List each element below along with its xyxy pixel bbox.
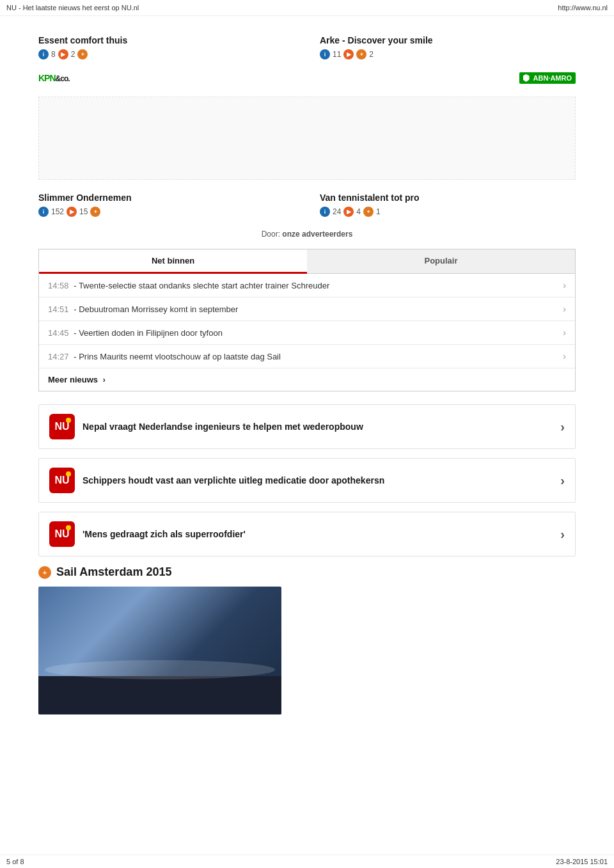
ad-title-tennis: Van tennistalent tot pro	[320, 193, 576, 203]
stat-val-8: 4	[356, 207, 361, 216]
stat-icon-blue-3: i	[38, 207, 49, 217]
page-wrapper: NU - Het laatste nieuws het eerst op NU.…	[0, 0, 614, 868]
page-title: NU - Het laatste nieuws het eerst op NU.…	[6, 4, 139, 12]
ad-item-essent[interactable]: Essent comfort thuis i 8 ▶ 2 +	[38, 35, 294, 59]
nu-article-3[interactable]: NU 'Mens gedraagt zich als superroofdier…	[38, 512, 576, 556]
news-time-3: 14:45	[48, 328, 69, 338]
nu-article-title-1: Nepal vraagt Nederlandse ingenieurs te h…	[83, 422, 363, 432]
news-time-1: 14:58	[48, 281, 69, 290]
news-text-4: 14:27 - Prins Maurits neemt vlootschouw …	[48, 352, 281, 361]
tab-populair[interactable]: Populair	[307, 249, 575, 274]
ad-row-1: Essent comfort thuis i 8 ▶ 2 + Arke - Di…	[38, 35, 576, 59]
sail-image	[38, 587, 281, 714]
news-item-4[interactable]: 14:27 - Prins Maurits neemt vlootschouw …	[39, 345, 575, 368]
nu-article-2[interactable]: NU Schippers houdt vast aan verplichte u…	[38, 458, 576, 503]
news-time-4: 14:27	[48, 352, 69, 361]
nu-article-left-3: NU 'Mens gedraagt zich als superroofdier…	[49, 521, 246, 547]
nu-article-1[interactable]: NU Nepal vraagt Nederlandse ingenieurs t…	[38, 404, 576, 449]
news-item-1[interactable]: 14:58 - Twente-selectie staat ondanks sl…	[39, 274, 575, 297]
ad-title-arke: Arke - Discover your smile	[320, 35, 576, 45]
stat-val-9: 1	[376, 207, 381, 216]
nu-dot-1	[66, 418, 71, 423]
stat-play-3: ▶	[67, 207, 77, 217]
nu-dot-2	[66, 471, 71, 477]
stat-val-6: 15	[79, 207, 88, 216]
nu-article-left-1: NU Nepal vraagt Nederlandse ingenieurs t…	[49, 414, 363, 439]
news-text-2: 14:51 - Debuutroman Morrissey komt in se…	[48, 304, 238, 314]
abn-shield-icon	[523, 74, 530, 82]
tab-net-binnen[interactable]: Net binnen	[39, 249, 307, 274]
ad-logo-row: KPN&co. ABN·AMRO	[38, 72, 576, 84]
sail-title: Sail Amsterdam 2015	[56, 565, 171, 579]
stat-play-4: ▶	[343, 207, 354, 217]
top-bar: NU - Het laatste nieuws het eerst op NU.…	[0, 0, 614, 16]
stat-icon-orange-4: +	[363, 207, 374, 217]
nu-article-title-2: Schippers houdt vast aan verplichte uitl…	[83, 475, 384, 485]
chevron-right-icon-3: ›	[563, 327, 566, 338]
chevron-right-icon-nu1: ›	[560, 420, 565, 434]
news-item-2[interactable]: 14:51 - Debuutroman Morrissey komt in se…	[39, 297, 575, 321]
main-content: Essent comfort thuis i 8 ▶ 2 + Arke - Di…	[0, 16, 614, 727]
meer-nieuws-link[interactable]: Meer nieuws ›	[39, 368, 575, 391]
news-time-2: 14:51	[48, 304, 69, 314]
nu-logo-icon-2: NU	[49, 468, 75, 493]
ad-space-1	[38, 97, 576, 180]
chevron-right-icon-2: ›	[563, 304, 566, 314]
tabs-section: Net binnen Populair 14:58 - Twente-selec…	[38, 249, 576, 391]
chevron-right-icon-meer: ›	[103, 375, 106, 384]
bottom-bar: 5 of 8 23-8-2015 15:01	[0, 855, 614, 868]
chevron-right-icon-nu3: ›	[560, 527, 565, 542]
stat-play-2: ▶	[343, 49, 354, 59]
news-item-3[interactable]: 14:45 - Veertien doden in Filipijnen doo…	[39, 321, 575, 345]
chevron-right-icon-4: ›	[563, 351, 566, 361]
stat-icon-orange-3: +	[90, 207, 100, 217]
door-line: Door: onze adverteerders	[38, 230, 576, 239]
ad-stats-tennis: i 24 ▶ 4 + 1	[320, 207, 576, 217]
ad-row-2: Slimmer Ondernemen i 152 ▶ 15 + Van tenn…	[38, 193, 576, 217]
news-text-1: 14:58 - Twente-selectie staat ondanks sl…	[48, 281, 329, 290]
ad-item-arke[interactable]: Arke - Discover your smile i 11 ▶ + 2	[320, 35, 576, 59]
abn-logo: ABN·AMRO	[519, 72, 576, 84]
sail-icon: +	[38, 566, 51, 579]
nu-logo-icon-3: NU	[49, 521, 75, 547]
stat-icon-blue-2: i	[320, 49, 330, 59]
tabs-header: Net binnen Populair	[39, 249, 575, 274]
stat-play: ▶	[58, 49, 68, 59]
nu-article-left-2: NU Schippers houdt vast aan verplichte u…	[49, 468, 384, 493]
ad-stats-essent: i 8 ▶ 2 +	[38, 49, 294, 59]
stat-val-1: 8	[51, 50, 56, 59]
datetime: 23-8-2015 15:01	[556, 858, 608, 865]
ad-item-slimmer[interactable]: Slimmer Ondernemen i 152 ▶ 15 +	[38, 193, 294, 217]
news-list: 14:58 - Twente-selectie staat ondanks sl…	[39, 274, 575, 391]
stat-val-5: 152	[51, 207, 64, 216]
stat-icon-blue-4: i	[320, 207, 330, 217]
chevron-right-icon-1: ›	[563, 280, 566, 290]
ad-stats-slimmer: i 152 ▶ 15 +	[38, 207, 294, 217]
kpn-logo: KPN&co.	[38, 73, 70, 83]
chevron-right-icon-nu2: ›	[560, 473, 565, 488]
stat-val-7: 24	[333, 207, 341, 216]
stat-val-4: 2	[369, 50, 374, 59]
ad-title-essent: Essent comfort thuis	[38, 35, 294, 45]
nu-article-title-3: 'Mens gedraagt zich als superroofdier'	[83, 529, 246, 539]
nu-dot-3	[66, 525, 71, 530]
page-url: http://www.nu.nl	[558, 4, 608, 12]
stat-icon-orange: +	[77, 49, 88, 59]
sail-heading: + Sail Amsterdam 2015	[38, 565, 576, 579]
ad-title-slimmer: Slimmer Ondernemen	[38, 193, 294, 203]
ad-stats-arke: i 11 ▶ + 2	[320, 49, 576, 59]
nu-logo-icon-1: NU	[49, 414, 75, 439]
stat-icon-blue: i	[38, 49, 49, 59]
ad-item-tennis[interactable]: Van tennistalent tot pro i 24 ▶ 4 + 1	[320, 193, 576, 217]
stat-val-3: 11	[333, 50, 341, 59]
pagination: 5 of 8	[6, 858, 24, 865]
stat-icon-orange-2: +	[356, 49, 366, 59]
news-text-3: 14:45 - Veertien doden in Filipijnen doo…	[48, 328, 223, 338]
stat-val-2: 2	[71, 50, 75, 59]
